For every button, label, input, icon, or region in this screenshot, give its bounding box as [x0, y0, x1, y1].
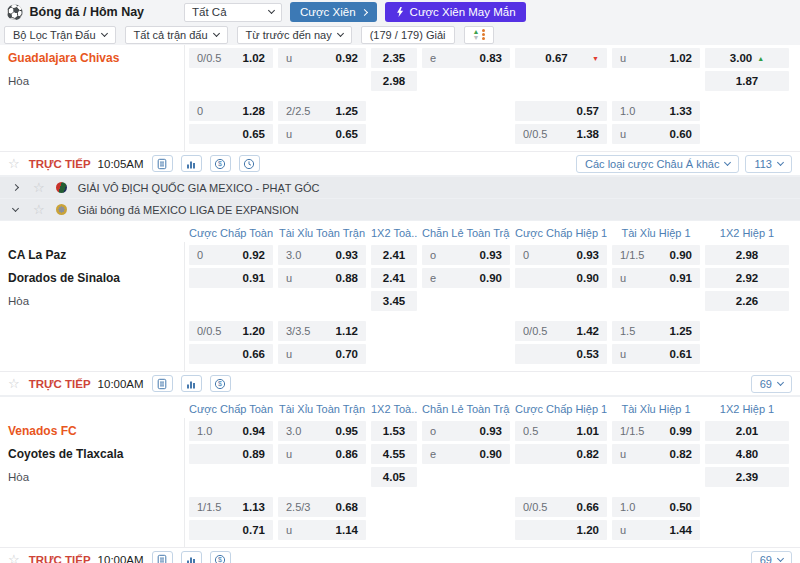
match-filter-select[interactable]: Tất Cả — [184, 3, 282, 22]
odds-value: 0.82 — [670, 448, 692, 460]
league-count-box[interactable]: (179 / 179) Giải — [361, 26, 455, 44]
market-count-button[interactable]: 69 — [751, 551, 792, 563]
odds-cell[interactable]: 0.91 — [189, 268, 273, 288]
odds-cell[interactable]: 0.57 — [515, 101, 607, 121]
odds-cell[interactable]: u0.88 — [278, 268, 366, 288]
favorite-star-icon[interactable]: ☆ — [33, 181, 45, 194]
history-icon-button[interactable] — [239, 155, 260, 172]
odds-cell[interactable]: 2.39 — [705, 467, 789, 487]
odds-cell[interactable]: 2.5/30.68 — [278, 497, 366, 517]
odds-cell[interactable]: 2.98 — [371, 71, 417, 91]
odds-cell[interactable]: 1.00.50 — [612, 497, 700, 517]
league-row-mexico-corners[interactable]: ☆ GIẢI VÔ ĐỊCH QUỐC GIA MEXICO - PHẠT GÓ… — [0, 177, 800, 198]
odds-cell[interactable]: 3.45 — [371, 291, 417, 311]
odds-cell[interactable]: 0.71 — [189, 520, 273, 540]
stats-icon-button[interactable] — [181, 155, 202, 172]
odds-cell[interactable]: 0.82 — [515, 444, 607, 464]
odds-cell[interactable]: u0.65 — [278, 124, 366, 144]
odds-cell[interactable]: 2.01 — [705, 421, 789, 441]
team-name[interactable]: Guadalajara Chivas — [0, 51, 184, 65]
favorite-star-icon[interactable]: ☆ — [8, 377, 20, 390]
sort-button[interactable]: ▲▼ — [464, 26, 495, 44]
odds-cell[interactable]: 2.98 — [705, 245, 789, 265]
odds-cell[interactable]: o0.93 — [422, 421, 510, 441]
odds-cell[interactable]: 0.53 — [515, 344, 607, 364]
odds-cell[interactable]: 2.41 — [371, 245, 417, 265]
odds-cell[interactable]: 0.67▼ — [515, 48, 607, 68]
odds-cell[interactable]: 1.01.33 — [612, 101, 700, 121]
team-name[interactable]: Dorados de Sinaloa — [0, 271, 184, 285]
odds-cell[interactable]: 3/3.51.12 — [278, 321, 366, 341]
odds-cell[interactable]: 0.51.01 — [515, 421, 607, 441]
odds-cell[interactable]: 0/0.51.02 — [189, 48, 273, 68]
odds-cell[interactable]: 0/0.51.20 — [189, 321, 273, 341]
odds-cell[interactable]: u0.86 — [278, 444, 366, 464]
team-name[interactable]: Venados FC — [0, 424, 184, 438]
cashout-icon-button[interactable]: $ — [210, 375, 231, 392]
odds-cell[interactable]: 0/0.50.66 — [515, 497, 607, 517]
filter-match-type[interactable]: Bộ Lọc Trận Đấu — [4, 26, 116, 44]
team-name[interactable]: Coyotes de Tlaxcala — [0, 447, 184, 461]
odds-cell[interactable]: 1.53 — [371, 421, 417, 441]
odds-cell[interactable]: 2.41 — [371, 268, 417, 288]
odds-cell[interactable]: 4.55 — [371, 444, 417, 464]
odds-cell[interactable]: 1/1.50.99 — [612, 421, 700, 441]
odds-cell[interactable]: 0/0.51.38 — [515, 124, 607, 144]
odds-cell[interactable]: e0.90 — [422, 444, 510, 464]
odds-cell[interactable]: u0.70 — [278, 344, 366, 364]
odds-cell[interactable]: u0.82 — [612, 444, 700, 464]
odds-cell[interactable]: 1.51.25 — [612, 321, 700, 341]
odds-cell[interactable]: 2.26 — [705, 291, 789, 311]
odds-cell[interactable]: 4.80 — [705, 444, 789, 464]
odds-cell[interactable]: 0.90 — [515, 268, 607, 288]
odds-cell[interactable]: o0.93 — [422, 245, 510, 265]
cashout-icon-button[interactable]: $ — [210, 551, 231, 563]
stats-icon-button[interactable] — [181, 551, 202, 563]
odds-cell[interactable]: u0.92 — [278, 48, 366, 68]
odds-cell[interactable]: 1.20 — [515, 520, 607, 540]
odds-cell[interactable]: u0.91 — [612, 268, 700, 288]
favorite-star-icon[interactable]: ☆ — [33, 203, 45, 216]
odds-cell[interactable]: u0.60 — [612, 124, 700, 144]
stats-icon-button[interactable] — [181, 375, 202, 392]
odds-cell[interactable]: 2.35 — [371, 48, 417, 68]
odds-cell[interactable]: u0.61 — [612, 344, 700, 364]
favorite-star-icon[interactable]: ☆ — [8, 553, 20, 563]
market-count-button[interactable]: 113 — [745, 155, 792, 173]
filter-time-range[interactable]: Từ trước đến nay — [237, 26, 352, 44]
odds-cell[interactable]: u1.14 — [278, 520, 366, 540]
league-row-liga-expansion[interactable]: ☆ Giải bóng đá MEXICO LIGA DE EXPANSION — [0, 199, 800, 220]
odds-cell[interactable]: 2.92 — [705, 268, 789, 288]
more-asian-bets-button[interactable]: Các loại cược Châu Á khác — [576, 155, 739, 173]
odds-cell[interactable]: 3.00▲ — [705, 48, 789, 68]
odds-cell[interactable]: 2/2.51.25 — [278, 101, 366, 121]
odds-cell[interactable]: 3.00.93 — [278, 245, 366, 265]
odds-cell[interactable]: u1.44 — [612, 520, 700, 540]
odds-cell[interactable]: 4.05 — [371, 467, 417, 487]
filter-all-matches[interactable]: Tất cả trận đấu — [125, 26, 228, 44]
odds-cell[interactable]: 0.65 — [189, 124, 273, 144]
odds-cell[interactable]: u1.02 — [612, 48, 700, 68]
odds-cell[interactable]: 3.00.95 — [278, 421, 366, 441]
cashout-icon-button[interactable]: $ — [210, 155, 231, 172]
odds-cell[interactable]: e0.83 — [422, 48, 510, 68]
odds-cell[interactable]: e0.90 — [422, 268, 510, 288]
market-count-button[interactable]: 69 — [751, 375, 792, 393]
odds-cell[interactable]: 00.92 — [189, 245, 273, 265]
parlay-button[interactable]: Cược Xiên — [290, 2, 377, 22]
team-name[interactable]: CA La Paz — [0, 248, 184, 262]
betbuilder-icon-button[interactable] — [152, 551, 173, 563]
favorite-star-icon[interactable]: ☆ — [8, 157, 20, 170]
odds-cell[interactable]: 00.93 — [515, 245, 607, 265]
lucky-parlay-button[interactable]: Cược Xiên May Mắn — [385, 2, 526, 22]
odds-cell[interactable]: 1.00.94 — [189, 421, 273, 441]
odds-cell[interactable]: 1/1.50.90 — [612, 245, 700, 265]
betbuilder-icon-button[interactable] — [152, 375, 173, 392]
odds-cell[interactable]: 1.87 — [705, 71, 789, 91]
betbuilder-icon-button[interactable] — [152, 155, 173, 172]
odds-cell[interactable]: 0.89 — [189, 444, 273, 464]
odds-cell[interactable]: 0/0.51.42 — [515, 321, 607, 341]
odds-cell[interactable]: 0.66 — [189, 344, 273, 364]
odds-cell[interactable]: 01.28 — [189, 101, 273, 121]
odds-cell[interactable]: 1/1.51.13 — [189, 497, 273, 517]
